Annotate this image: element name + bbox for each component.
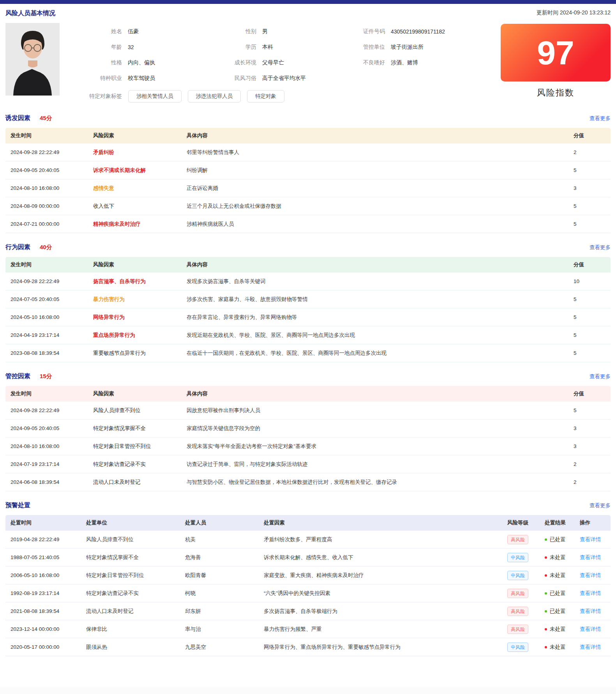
field-value-personality: 内向、偏执	[128, 59, 155, 66]
cell-time: 2024-05-10 16:08:00	[5, 314, 88, 320]
cell-time: 2024-09-05 20:40:05	[5, 425, 88, 431]
col-score: 分值	[568, 390, 611, 397]
tag-related-alarm-person[interactable]: 涉相关警情人员	[128, 90, 182, 103]
cell-disposal-unit: 保律非比	[81, 626, 180, 633]
col-factor: 风险因素	[88, 261, 182, 268]
field-label: 证件号码	[327, 28, 385, 35]
field-value-customs: 高于全省平均水平	[262, 75, 306, 82]
col-disposal-person: 处置人员	[180, 519, 259, 526]
cell-disposal-factor: 多次扬言滋事、自杀等极端行为	[259, 608, 502, 615]
col-action: 操作	[575, 519, 611, 526]
view-detail-link[interactable]: 查看详情	[580, 626, 601, 632]
view-detail-link[interactable]: 查看详情	[580, 554, 601, 560]
status-text: 未处置	[550, 572, 566, 579]
cell-content: 访查记录过于简单、雷同，与特定对象实际活动轨迹	[182, 461, 568, 468]
cell-content: 存在异常言论、异常搜索行为、异常网络购物等	[182, 314, 568, 321]
view-detail-link[interactable]: 查看详情	[580, 590, 601, 596]
cell-disposal-time: 2021-08-08 18:39:54	[5, 608, 81, 614]
table-row: 2006-05-10 16:08:00 特定对象日常管控不到位 欧阳青馨 家庭变…	[5, 567, 611, 584]
cell-disposal-result: 未处置	[540, 644, 575, 651]
page-title: 风险人员基本情况	[5, 9, 55, 18]
view-detail-link[interactable]: 查看详情	[580, 644, 601, 650]
view-more-link[interactable]: 查看更多	[590, 373, 611, 380]
cell-time: 2024-07-05 20:40:05	[5, 296, 88, 302]
cell-content: 邻里等纠纷警情当事人	[182, 149, 568, 156]
status-dot	[545, 556, 547, 559]
col-disposal-time: 处置时间	[5, 519, 81, 526]
tag-special-target[interactable]: 特定对象	[247, 90, 284, 103]
cell-content: 发现近期在党政机关、学校、医院、景区、商圈等同一地点周边多次出现	[182, 332, 568, 339]
col-content: 具体内容	[182, 132, 568, 139]
table-row: 2024-07-19 23:17:14 特定对象访查记录不实 访查记录过于简单、…	[5, 455, 611, 473]
cell-action: 查看详情	[575, 626, 611, 633]
profile-section: 姓名伍豪 性别男 证件号码430502199809171182 年龄32 学历本…	[5, 23, 611, 104]
table-row: 2024-06-08 18:39:54 流动人口未及时登记 与智慧安防小区、物业…	[5, 473, 611, 491]
cell-risk-level: 高风险	[502, 607, 540, 616]
cell-risk-factor: 暴力伤害行为	[88, 296, 182, 303]
field-value-occupation: 校车驾驶员	[128, 75, 155, 82]
view-detail-link[interactable]: 查看详情	[580, 608, 601, 614]
risk-level-badge: 中风险	[507, 553, 528, 562]
cell-risk-factor: 矛盾纠纷	[88, 149, 182, 156]
footer-strip	[0, 687, 616, 694]
cell-disposal-result: 已处置	[540, 590, 575, 597]
section-score: 15分	[40, 373, 52, 380]
cell-time: 2024-08-09 00:00:00	[5, 203, 88, 209]
cell-disposal-result: 未处置	[540, 554, 575, 561]
cell-action: 查看详情	[575, 536, 611, 543]
cell-risk-factor: 风险人员排查不到位	[88, 407, 182, 414]
cell-disposal-factor: 诉求长期未化解、感情失意、收入低下	[259, 554, 502, 561]
status-dot	[545, 646, 547, 648]
table-row: 2023-08-08 18:39:54 重要敏感节点异常行为 在临近十一国庆期间…	[5, 344, 611, 362]
table-row: 2024-09-05 20:40:05 特定对象情况掌握不全 家庭情况等关键信息…	[5, 420, 611, 437]
cell-score: 5	[568, 332, 611, 338]
field-label: 姓名	[64, 28, 122, 35]
cell-disposal-unit: 特定对象访查记录不实	[81, 590, 180, 597]
page-content: 风险人员基本情况 更新时间 2024-09-20 13:23:12 姓名伍豪 性…	[0, 4, 616, 668]
cell-disposal-unit: 风险人员排查不到位	[81, 536, 180, 543]
cell-score: 5	[568, 296, 611, 302]
field-value-bad-habits: 涉酒、赌博	[391, 59, 418, 66]
cell-risk-factor: 扬言滋事、自杀等行为	[88, 278, 182, 285]
cell-risk-level: 高风险	[502, 589, 540, 598]
field-label: 学历	[198, 44, 256, 51]
cell-score: 3	[568, 443, 611, 449]
status-dot	[545, 610, 547, 613]
status-text: 未处置	[550, 554, 566, 561]
cell-content: 正在诉讼离婚	[182, 185, 568, 192]
section-behavior-factors: 行为因素 40分 查看更多 发生时间 风险因素 具体内容 分值 2024-09-…	[5, 243, 611, 362]
cell-disposal-time: 2023-12-14 00:00:00	[5, 626, 81, 632]
col-disposal-factor: 处置因素	[259, 519, 502, 526]
cell-score: 5	[568, 407, 611, 413]
cell-time: 2024-08-10 16:08:00	[5, 185, 88, 191]
field-value-age: 32	[128, 44, 134, 50]
cell-disposal-person: 率与治	[180, 626, 259, 633]
risk-index-panel: 97 风险指数	[501, 23, 611, 104]
view-more-link[interactable]: 查看更多	[590, 115, 611, 122]
profile-fields: 姓名伍豪 性别男 证件号码430502199809171182 年龄32 学历本…	[64, 24, 494, 86]
field-label: 性别	[198, 28, 256, 35]
table-row: 2024-04-19 23:17:14 重点场所异常行为 发现近期在党政机关、学…	[5, 326, 611, 344]
field-label: 成长环境	[198, 59, 256, 66]
view-detail-link[interactable]: 查看详情	[580, 572, 601, 578]
cell-disposal-time: 2019-04-28 22:22:49	[5, 536, 81, 542]
field-label: 性格	[64, 59, 122, 66]
col-time: 发生时间	[5, 390, 88, 397]
cell-time: 2024-09-28 22:22:49	[5, 278, 88, 284]
view-more-link[interactable]: 查看更多	[590, 502, 611, 509]
cell-disposal-factor: “六失”诱因中的关键失控因素	[259, 590, 502, 597]
cell-disposal-time: 1988-07-05 21:40:05	[5, 554, 81, 560]
view-detail-link[interactable]: 查看详情	[580, 536, 601, 542]
update-time: 更新时间 2024-09-20 13:23:12	[537, 9, 611, 16]
cell-content: 涉多次伤害、家庭暴力、斗殴、故意损毁财物等警情	[182, 296, 568, 303]
cell-disposal-person: 欧阳青馨	[180, 572, 259, 579]
cell-time: 2024-07-21 00:00:00	[5, 221, 88, 227]
cell-content: 近三个月及以上无公积金或社保缴存数据	[182, 203, 568, 210]
risk-score-card: 97	[501, 24, 611, 81]
view-more-link[interactable]: 查看更多	[590, 244, 611, 251]
table-row: 2024-07-21 00:00:00 精神疾病未及时治疗 涉精神疾病就医人员 …	[5, 215, 611, 233]
cell-disposal-time: 2020-05-17 00:00:00	[5, 644, 81, 650]
cell-disposal-person: 柯晓	[180, 590, 259, 597]
tag-illegal-crime-person[interactable]: 涉违法犯罪人员	[188, 90, 241, 103]
cell-score: 5	[568, 221, 611, 227]
